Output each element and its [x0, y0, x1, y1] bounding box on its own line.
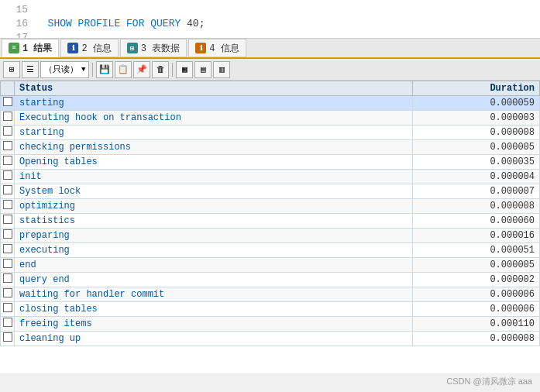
row-checkbox-cell [1, 126, 15, 140]
row-duration: 0.000035 [413, 155, 540, 170]
row-status: starting [15, 96, 413, 111]
tab-info2[interactable]: ℹ 4 信息 [188, 39, 246, 57]
row-duration: 0.000008 [413, 332, 540, 346]
row-duration: 0.000051 [413, 243, 540, 258]
table-row: statistics0.000060 [1, 214, 540, 229]
row-checkbox-cell [1, 140, 15, 155]
row-checkbox-cell [1, 170, 15, 184]
row-duration: 0.000006 [413, 302, 540, 317]
row-checkbox-cell [1, 96, 15, 111]
row-checkbox-cell [1, 302, 15, 317]
line-number: 15 [6, 3, 28, 17]
row-checkbox[interactable] [3, 156, 12, 165]
tabs-bar: ≡ 1 结果 ℹ 2 信息 ⊞ 3 表数据 ℹ 4 信息 [0, 39, 540, 59]
row-checkbox[interactable] [3, 170, 12, 180]
row-checkbox[interactable] [3, 229, 12, 239]
code-editor: 15 16 SHOW PROFILE FOR QUERY 40; 17 [0, 0, 540, 39]
row-duration: 0.000060 [413, 214, 540, 229]
row-checkbox-cell [1, 184, 15, 199]
column-header-status: Status [15, 81, 413, 96]
row-status: optimizing [15, 199, 413, 214]
tab-info[interactable]: ℹ 2 信息 [60, 39, 118, 57]
column-header-duration: Duration [413, 81, 540, 96]
row-checkbox-cell [1, 332, 15, 346]
row-duration: 0.000002 [413, 273, 540, 287]
row-checkbox[interactable] [3, 273, 12, 283]
row-checkbox-cell [1, 111, 15, 126]
row-status: closing tables [15, 302, 413, 317]
table-row: starting0.000008 [1, 126, 540, 140]
row-checkbox-cell [1, 287, 15, 302]
row-status: Executing hook on transaction [15, 111, 413, 126]
toolbar-menu-btn[interactable]: ☰ [22, 61, 39, 78]
tab-icon-results: ≡ [9, 43, 19, 53]
row-checkbox[interactable] [3, 215, 12, 224]
row-checkbox[interactable] [3, 259, 12, 268]
toolbar-delete-btn[interactable]: 🗑 [152, 61, 169, 78]
table-row: optimizing0.000008 [1, 199, 540, 214]
table-row: preparing0.000016 [1, 229, 540, 243]
tab-label-tabledata: 3 表数据 [141, 42, 180, 55]
dropdown-arrow-icon: ▼ [81, 66, 85, 74]
row-duration: 0.000008 [413, 199, 540, 214]
toolbar: ⊞ ☰ （只读） ▼ 💾 📋 📌 🗑 ▦ ▤ ▥ [0, 59, 540, 81]
tab-tabledata[interactable]: ⊞ 3 表数据 [120, 39, 187, 57]
row-checkbox[interactable] [3, 141, 12, 150]
toolbar-paste-btn[interactable]: 📌 [133, 61, 150, 78]
toolbar-separator [92, 63, 93, 77]
table-row: init0.000004 [1, 170, 540, 184]
column-header-checkbox [1, 81, 15, 96]
row-checkbox[interactable] [3, 185, 12, 194]
toolbar-save-btn[interactable]: 💾 [96, 61, 113, 78]
row-checkbox-cell [1, 258, 15, 273]
tab-icon-info: ℹ [67, 43, 78, 53]
row-checkbox[interactable] [3, 200, 12, 209]
table-row: cleaning up0.000008 [1, 332, 540, 346]
row-checkbox-cell [1, 155, 15, 170]
row-checkbox[interactable] [3, 318, 12, 327]
row-checkbox-cell [1, 273, 15, 287]
row-checkbox-cell [1, 229, 15, 243]
row-checkbox[interactable] [3, 303, 12, 312]
row-duration: 0.000004 [413, 170, 540, 184]
toolbar-grid-btn[interactable]: ⊞ [3, 61, 20, 78]
row-checkbox-cell [1, 243, 15, 258]
row-status: preparing [15, 229, 413, 243]
table-row: freeing items0.000110 [1, 317, 540, 332]
row-status: statistics [15, 214, 413, 229]
table-row: System lock0.000007 [1, 184, 540, 199]
row-status: starting [15, 126, 413, 140]
table-row: executing0.000051 [1, 243, 540, 258]
tab-icon-tabledata: ⊞ [127, 43, 138, 53]
toolbar-row-btn[interactable]: ▥ [213, 61, 230, 78]
row-status: end [15, 258, 413, 273]
row-status: checking permissions [15, 140, 413, 155]
code-content: SHOW PROFILE FOR QUERY 40; [36, 17, 205, 31]
row-checkbox[interactable] [3, 112, 12, 121]
row-checkbox[interactable] [3, 126, 12, 136]
row-duration: 0.000110 [413, 317, 540, 332]
toolbar-col-btn[interactable]: ▤ [194, 61, 212, 78]
toolbar-table-btn[interactable]: ▦ [176, 61, 193, 78]
tab-label-info: 2 信息 [81, 42, 111, 55]
tab-results[interactable]: ≡ 1 结果 [2, 39, 59, 57]
readonly-dropdown[interactable]: （只读） ▼ [40, 61, 89, 78]
row-duration: 0.000005 [413, 258, 540, 273]
row-status: freeing items [15, 317, 413, 332]
row-checkbox[interactable] [3, 97, 12, 106]
results-table: Status Duration starting0.000059Executin… [0, 81, 540, 346]
row-duration: 0.000059 [413, 96, 540, 111]
tab-label-results: 1 结果 [22, 42, 52, 55]
row-checkbox[interactable] [3, 288, 12, 297]
row-checkbox-cell [1, 317, 15, 332]
table-row: query end0.000002 [1, 273, 540, 287]
toolbar-separator2 [172, 63, 173, 77]
tab-label-info2: 4 信息 [209, 42, 239, 55]
toolbar-copy-btn[interactable]: 📋 [115, 61, 132, 78]
row-status: Opening tables [15, 155, 413, 170]
tab-icon-info2: ℹ [195, 43, 206, 53]
row-status: System lock [15, 184, 413, 199]
row-checkbox[interactable] [3, 332, 12, 342]
row-checkbox[interactable] [3, 244, 12, 253]
line-number: 16 [6, 17, 28, 31]
